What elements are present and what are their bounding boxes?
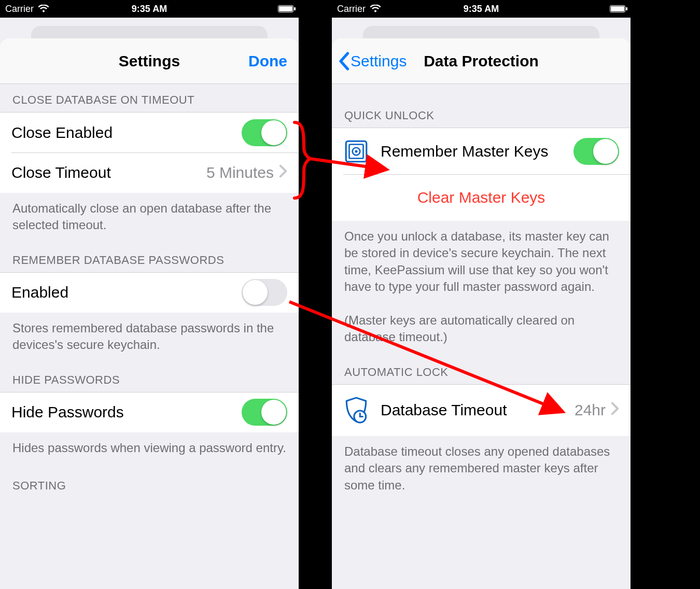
section-header-remember: Remember database passwords	[0, 238, 299, 272]
row-remember-enabled[interactable]: Enabled	[0, 272, 299, 313]
settings-content: Close database on timeout Close Enabled …	[0, 84, 299, 589]
row-hide-passwords[interactable]: Hide Passwords	[0, 392, 299, 432]
battery-icon	[278, 5, 293, 12]
phone-right: Carrier 9:35 AM Settings Data Protection…	[332, 0, 631, 589]
section-footer: Automatically close an open database aft…	[0, 193, 299, 238]
clock: 9:35 AM	[433, 4, 529, 15]
footer-text-1: Once you unlock a database, its master k…	[344, 229, 609, 293]
row-close-timeout[interactable]: Close Timeout 5 Minutes	[0, 152, 299, 193]
section-header-quick-unlock: Quick unlock	[332, 84, 631, 128]
row-label: Close Enabled	[11, 124, 242, 142]
carrier-label: Carrier	[5, 4, 34, 15]
done-button[interactable]: Done	[248, 38, 287, 84]
toggle-close-enabled[interactable]	[242, 119, 287, 146]
page-title: Settings	[119, 38, 180, 84]
clock: 9:35 AM	[101, 4, 197, 15]
toggle-hide-passwords[interactable]	[242, 399, 287, 426]
shield-clock-icon	[343, 396, 369, 424]
carrier-label: Carrier	[337, 4, 366, 15]
nav-bar: Settings Data Protection	[332, 38, 631, 84]
toggle-remember-enabled[interactable]	[242, 279, 287, 306]
wifi-icon	[370, 5, 381, 13]
wifi-icon	[38, 5, 49, 13]
row-clear-master-keys[interactable]: Clear Master Keys	[332, 174, 631, 221]
row-label: Enabled	[11, 284, 242, 301]
section-footer: Hides passwords when viewing a password …	[0, 432, 299, 460]
section-header-sorting: Sorting	[0, 460, 299, 493]
section-header-auto-lock: Automatic lock	[332, 350, 631, 384]
row-label: Remember Master Keys	[381, 143, 573, 160]
row-remember-master-keys[interactable]: Remember Master Keys	[332, 128, 631, 174]
safe-icon	[343, 138, 369, 164]
row-label: Clear Master Keys	[417, 189, 545, 206]
page-title: Data Protection	[424, 38, 539, 84]
toggle-remember-master-keys[interactable]	[573, 138, 619, 165]
phone-left: Carrier 9:35 AM Settings Done Close data…	[0, 0, 299, 589]
status-bar: Carrier 9:35 AM	[332, 0, 631, 18]
svg-point-3	[355, 150, 357, 152]
section-footer: Once you unlock a database, its master k…	[332, 221, 631, 350]
chevron-right-icon	[279, 164, 287, 181]
section-header-close-db: Close database on timeout	[0, 84, 299, 112]
battery-icon	[610, 5, 625, 12]
row-value: 5 Minutes	[206, 164, 274, 181]
row-database-timeout[interactable]: Database Timeout 24hr	[332, 384, 631, 436]
row-close-enabled[interactable]: Close Enabled	[0, 112, 299, 152]
data-protection-content: Quick unlock Remember Master Keys Clear …	[332, 84, 631, 589]
status-bar: Carrier 9:35 AM	[0, 0, 299, 18]
nav-bar: Settings Done	[0, 38, 299, 84]
row-label: Close Timeout	[11, 164, 206, 181]
section-footer: Stores remembered database passwords in …	[0, 313, 299, 358]
chevron-left-icon	[338, 52, 349, 71]
section-footer: Database timeout closes any opened datab…	[332, 436, 631, 498]
back-button[interactable]: Settings	[338, 38, 407, 84]
back-label: Settings	[351, 52, 407, 70]
row-value: 24hr	[575, 401, 606, 419]
chevron-right-icon	[611, 401, 619, 419]
row-label: Hide Passwords	[11, 403, 242, 421]
section-header-hide: Hide passwords	[0, 358, 299, 392]
footer-text-2: (Master keys are automatically cleared o…	[344, 313, 575, 344]
row-label: Database Timeout	[381, 401, 575, 419]
